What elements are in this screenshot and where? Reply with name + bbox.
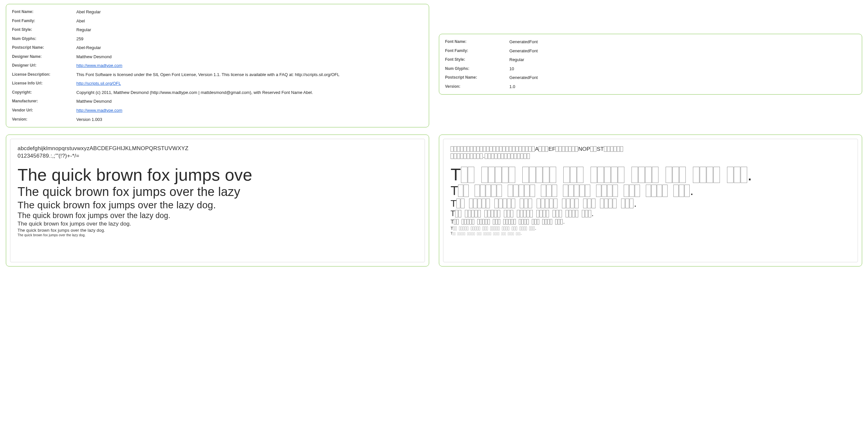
sample-line: T.: [451, 198, 850, 208]
sample-line-4: The quick brown fox jumps over the lazy …: [18, 211, 417, 220]
sample-line-1: The quick brown fox jumps ove: [18, 166, 417, 184]
label-manufacturer: Manufacturer:: [11, 97, 75, 106]
value-version: Version 1.003: [75, 115, 424, 124]
value-designer-name: Matthew Desmond: [75, 52, 424, 61]
sample-line-3: The quick brown fox jumps over the lazy …: [18, 199, 417, 211]
font-preview-card-left: abcdefghijklmnopqrstuvwxyzABCDEFGHIJKLMN…: [6, 134, 429, 267]
value-num-glyphs-r: 10: [508, 64, 857, 73]
label-designer-name: Designer Name:: [11, 52, 75, 61]
sample-line-7: The quick brown fox jumps over the lazy …: [18, 233, 417, 238]
value-font-style-r: Regular: [508, 55, 857, 64]
sample-line: AEFNOPST: [451, 146, 850, 152]
sample-line: T.: [451, 232, 850, 235]
label-postscript-name: Postscript Name:: [11, 43, 75, 52]
sample-line: T.: [451, 226, 850, 231]
value-version-r: 1.0: [508, 82, 857, 91]
sample-line-5: The quick brown fox jumps over the lazy …: [18, 220, 417, 227]
label-font-style: Font Style:: [11, 25, 75, 34]
sample-line: T.: [451, 166, 850, 183]
value-font-family: Abel: [75, 17, 424, 26]
charset-sample: abcdefghijklmnopqrstuvwxyzABCDEFGHIJKLMN…: [18, 145, 417, 160]
label-num-glyphs-r: Num Glyphs:: [444, 64, 508, 73]
sample-line-2: The quick brown fox jumps over the lazy: [18, 185, 417, 199]
sample-line: T.: [451, 219, 850, 224]
link-vendor-url[interactable]: http://www.madtype.com: [76, 108, 122, 113]
label-license-description: License Description:: [11, 70, 75, 79]
value-manufacturer: Matthew Desmond: [75, 97, 424, 106]
sample-line: T.: [451, 210, 850, 217]
label-copyright: Copyright:: [11, 88, 75, 97]
label-num-glyphs: Num Glyphs:: [11, 34, 75, 43]
font-info-table-right: Font Name:GeneratedFont Font Family:Gene…: [444, 37, 857, 91]
value-postscript-name: Abel-Regular: [75, 43, 424, 52]
link-designer-url[interactable]: http://www.madtype.com: [76, 63, 122, 68]
value-font-style: Regular: [75, 25, 424, 34]
label-font-family-r: Font Family:: [444, 47, 508, 56]
font-preview-left: abcdefghijklmnopqrstuvwxyzABCDEFGHIJKLMN…: [10, 139, 425, 262]
sample-line: T.: [451, 185, 850, 197]
font-info-card-left: Font Name:Abel Regular Font Family:Abel …: [6, 4, 429, 127]
label-version-r: Version:: [444, 82, 508, 91]
label-postscript-name-r: Postscript Name:: [444, 73, 508, 82]
link-license-info-url[interactable]: http://scripts.sil.org/OFL: [76, 81, 121, 86]
label-font-style-r: Font Style:: [444, 55, 508, 64]
sample-line-6: The quick brown fox jumps over the lazy …: [18, 227, 417, 233]
value-font-name: Abel Regular: [75, 7, 424, 17]
label-vendor-url: Vendor Url:: [11, 106, 75, 115]
value-num-glyphs: 259: [75, 34, 424, 43]
label-designer-url: Designer Url:: [11, 61, 75, 70]
label-version: Version:: [11, 115, 75, 124]
label-license-info-url: License Info Url:: [11, 79, 75, 88]
label-font-name-r: Font Name:: [444, 37, 508, 47]
font-info-card-right: Font Name:GeneratedFont Font Family:Gene…: [439, 34, 862, 95]
value-font-name-r: GeneratedFont: [508, 37, 857, 47]
font-info-table-left: Font Name:Abel Regular Font Family:Abel …: [11, 7, 424, 124]
sample-line: .: [451, 153, 850, 159]
value-postscript-name-r: GeneratedFont: [508, 73, 857, 82]
font-preview-right: AEFNOPST.T.T.T.T.T.T.T.: [443, 139, 858, 262]
value-copyright: Copyright (c) 2011, Matthew Desmond (htt…: [75, 88, 424, 97]
font-preview-card-right: AEFNOPST.T.T.T.T.T.T.T.: [439, 134, 862, 267]
value-font-family-r: GeneratedFont: [508, 47, 857, 56]
value-license-description: This Font Software is licensed under the…: [75, 70, 424, 79]
label-font-family: Font Family:: [11, 17, 75, 26]
label-font-name: Font Name:: [11, 7, 75, 17]
